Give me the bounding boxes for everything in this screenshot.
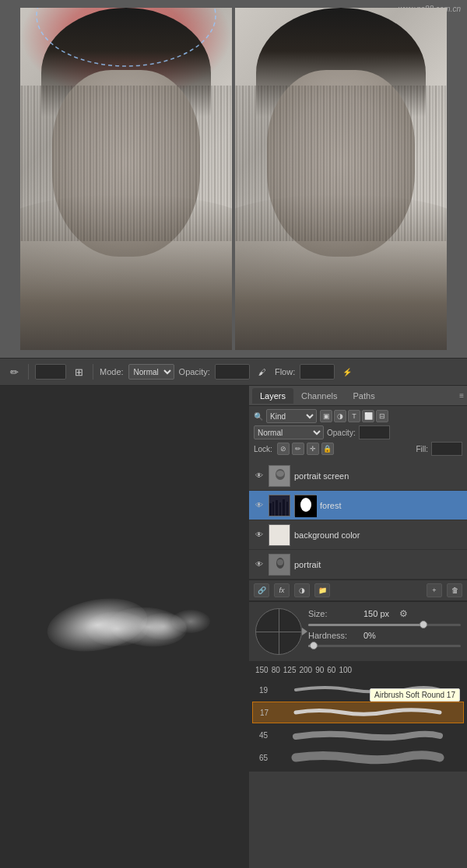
preset-num-65: 65 <box>255 754 268 762</box>
layers-bottom-bar: 🔗 fx ◑ 📁 + 🗑 <box>249 579 467 600</box>
preset-stroke-45 <box>271 726 461 744</box>
canvas-left[interactable] <box>20 8 232 350</box>
filter-icons: ▣ ◑ T ⬜ ⊟ <box>320 410 388 422</box>
filter-type-icon[interactable]: T <box>348 410 360 422</box>
layer-thumb-portrait-screen <box>269 465 290 487</box>
layer-item-portrait-screen[interactable]: 👁 portrait screen <box>249 461 467 491</box>
mode-label: Mode: <box>100 367 124 376</box>
gear-icon[interactable]: ⚙ <box>399 608 408 619</box>
forest-overlay-left <box>20 86 232 241</box>
flow-input[interactable]: 100% <box>300 364 335 380</box>
forest-overlay-right <box>235 86 447 241</box>
filter-smart-icon[interactable]: ⊟ <box>376 410 388 422</box>
tooltip-17: Airbrush Soft Round 17 <box>370 688 460 702</box>
filter-shape-icon[interactable]: ⬜ <box>362 410 374 422</box>
crosshair-v <box>279 609 279 654</box>
search-icon: 🔍 <box>254 412 263 421</box>
svg-point-16 <box>277 559 283 565</box>
separator-1 <box>28 364 29 380</box>
tab-channels[interactable]: Channels <box>293 388 345 404</box>
lock-move-icon[interactable]: ✛ <box>307 443 319 455</box>
blend-row: Normal Opacity: 100% <box>254 425 462 439</box>
brush-settings-top: Size: 150 px ⚙ Hardness: 0% <box>255 608 461 655</box>
svg-rect-9 <box>283 499 285 516</box>
opacity-label-layers: Opacity: <box>327 429 356 437</box>
folder-icon[interactable]: 📁 <box>314 583 330 597</box>
kind-select[interactable]: Kind <box>266 409 317 423</box>
filter-adjust-icon[interactable]: ◑ <box>334 410 346 422</box>
brush-tool-icon[interactable]: ✏ <box>6 364 22 380</box>
layer-item-background-color[interactable]: 👁 background color <box>249 520 467 550</box>
preset-size-80[interactable]: 80 <box>272 666 280 674</box>
fill-input[interactable]: 100% <box>431 442 462 456</box>
panel-menu-icon[interactable]: ≡ <box>459 391 464 400</box>
mode-select[interactable]: Normal <box>128 364 174 380</box>
new-layer-icon[interactable]: + <box>427 583 442 597</box>
link-icon[interactable]: 🔗 <box>254 583 269 597</box>
lock-paint-icon[interactable]: ✏ <box>292 443 304 455</box>
preset-row-45[interactable]: 45 <box>252 724 464 746</box>
layer-mask-forest <box>294 495 316 516</box>
lock-all-icon[interactable]: 🔒 <box>321 443 334 455</box>
hardness-slider-thumb[interactable] <box>310 642 318 649</box>
preset-size-150[interactable]: 150 <box>255 666 269 674</box>
lock-transparency-icon[interactable]: ⊘ <box>277 443 290 455</box>
flow-label: Flow: <box>275 367 295 376</box>
layer-item-portrait[interactable]: 👁 portrait <box>249 550 467 579</box>
lock-icons: ⊘ ✏ ✛ 🔒 <box>277 443 334 455</box>
preset-brushes-list: 19 17 Airbrush Soft Round 1 <box>252 679 464 768</box>
preset-num-19: 19 <box>255 686 268 695</box>
brush-sliders: Size: 150 px ⚙ Hardness: 0% <box>308 608 461 652</box>
brush-presets-panel: 150 80 125 200 90 60 100 19 <box>249 661 467 772</box>
preset-size-200[interactable]: 200 <box>300 666 313 674</box>
eye-icon-portrait-screen[interactable]: 👁 <box>254 471 265 480</box>
eye-icon-portrait[interactable]: 👁 <box>254 560 265 569</box>
delete-layer-icon[interactable]: 🗑 <box>447 583 462 597</box>
tab-paths[interactable]: Paths <box>346 388 383 404</box>
preset-size-100[interactable]: 100 <box>339 666 352 674</box>
kind-row: 🔍 Kind ▣ ◑ T ⬜ ⊟ <box>254 409 462 423</box>
preset-row-65[interactable]: 65 <box>252 747 464 768</box>
preset-stroke-65 <box>271 749 461 766</box>
preset-size-90[interactable]: 90 <box>315 666 324 674</box>
filter-pixel-icon[interactable]: ▣ <box>320 410 332 422</box>
layer-thumb-background-color <box>269 524 290 546</box>
layer-item-forest[interactable]: 👁 <box>249 491 467 520</box>
arrow-right <box>302 628 307 635</box>
adjustment-icon[interactable]: ◑ <box>294 583 310 597</box>
toolbar: ✏ 175 ⊞ Mode: Normal Opacity: 100% 🖌 Flo… <box>0 358 467 386</box>
opacity-input[interactable]: 100% <box>215 364 250 380</box>
fx-icon[interactable]: fx <box>274 583 290 597</box>
svg-rect-13 <box>269 525 290 546</box>
size-slider-thumb[interactable] <box>420 621 427 628</box>
tab-layers[interactable]: Layers <box>252 388 293 404</box>
svg-rect-8 <box>279 502 281 516</box>
brush-options-icon[interactable]: ⊞ <box>71 364 86 380</box>
airbrush-icon[interactable]: 🖌 <box>255 364 270 380</box>
size-value: 150 px <box>363 609 395 618</box>
brush-size-input[interactable]: 175 <box>35 364 66 380</box>
svg-rect-6 <box>272 502 274 516</box>
layers-list: 👁 portrait screen 👁 <box>249 461 467 579</box>
layer-opacity-input[interactable]: 100% <box>359 425 390 439</box>
preset-num-17: 17 <box>256 709 269 717</box>
separator-2 <box>93 364 93 380</box>
opacity-label: Opacity: <box>179 367 210 376</box>
preset-row-17[interactable]: 17 Airbrush Soft Round 17 <box>252 702 464 723</box>
preset-num-45: 45 <box>255 731 268 740</box>
svg-rect-10 <box>286 502 288 516</box>
eye-icon-background-color[interactable]: 👁 <box>254 530 265 539</box>
smoothing-icon[interactable]: ⚡ <box>339 364 355 380</box>
canvas-images <box>12 0 455 358</box>
hardness-label: Hardness: <box>308 631 359 640</box>
hardness-slider[interactable] <box>308 645 461 647</box>
hardness-slider-row <box>308 645 461 647</box>
preset-size-60[interactable]: 60 <box>327 666 335 674</box>
layer-thumb-forest <box>269 495 290 516</box>
hardness-value: 0% <box>363 631 395 640</box>
preset-size-125[interactable]: 125 <box>283 666 297 674</box>
size-slider[interactable] <box>308 624 461 626</box>
blend-mode-select[interactable]: Normal <box>254 425 324 439</box>
layer-name-forest: forest <box>320 501 462 510</box>
eye-icon-forest[interactable]: 👁 <box>254 501 265 509</box>
